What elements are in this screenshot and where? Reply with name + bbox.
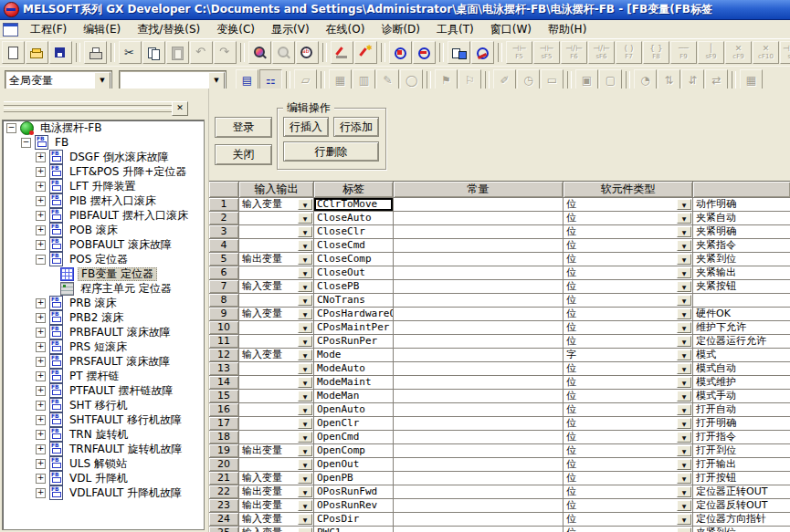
menu-item[interactable]: 工具(T) [428,20,482,39]
label-cell[interactable]: ModeAuto [314,362,394,376]
tree-item[interactable]: +PTFAULT 摆杆链故障 [3,383,204,398]
tree-expand-toggle[interactable]: + [36,444,46,454]
constant-cell[interactable] [394,458,564,472]
io-type-cell[interactable]: ▼ [239,417,314,431]
io-type-cell[interactable]: ▼ [239,362,314,376]
io-type-cell[interactable]: ▼ [239,294,314,308]
row-number-cell[interactable]: 15 [209,390,239,403]
tree-expand-toggle[interactable]: − [36,255,46,265]
io-dropdown-button[interactable]: ▼ [298,486,312,497]
constant-cell[interactable] [394,253,564,266]
io-type-cell[interactable]: 输出变量▼ [239,253,314,266]
zoom-out-button[interactable] [413,41,436,64]
device-type-cell[interactable]: 位▼ [564,308,693,321]
row-number-cell[interactable]: 9 [209,308,239,321]
replace-button[interactable] [296,41,319,64]
io-type-cell[interactable]: ▼ [239,390,314,403]
label-cell[interactable]: OPosRunRev [314,499,394,513]
label-cell[interactable]: CPosDir [314,513,394,527]
row-number-cell[interactable]: 13 [209,362,239,376]
tree-item[interactable]: +PRSFAULT 滚床故障 [3,354,204,369]
constant-cell[interactable] [394,390,564,403]
tree-expand-toggle[interactable]: + [36,313,46,323]
device-type-cell[interactable]: 位▼ [564,266,693,280]
device-type-cell[interactable]: 位▼ [564,472,693,485]
label-cell[interactable]: CPosMaintPer [314,321,394,335]
label-cell[interactable]: OpenComp [314,444,394,458]
io-type-cell[interactable]: ▼ [239,212,314,225]
comment-cell[interactable]: 定位器方向指针 [693,513,790,527]
column-header[interactable]: 常量 [394,182,564,198]
row-number-cell[interactable]: 4 [209,239,239,253]
tree-expand-toggle[interactable]: + [36,474,46,484]
tree-item[interactable]: +PIBFAULT 摆杆入口滚床 [3,208,204,223]
label-cell[interactable]: CloseAuto [314,212,394,225]
close-icon[interactable]: ✕ [172,101,188,116]
transfer-setup-button[interactable] [448,41,470,64]
tree-expand-toggle[interactable]: + [36,196,46,206]
tree-item[interactable]: FB变量 定位器 [3,266,204,281]
chevron-down-icon[interactable]: ▼ [208,72,225,89]
column-header[interactable] [693,182,790,198]
menu-item[interactable]: 工程(F) [22,20,75,39]
tree-item[interactable]: +SHTFAULT 移行机故障 [3,412,204,427]
row-number-cell[interactable]: 16 [209,403,239,417]
tree-item[interactable]: +DSGF 倒水滚床故障 [3,150,204,164]
device-type-cell[interactable]: 位▼ [564,253,693,266]
comment-cell[interactable]: 模式维护 [693,376,790,390]
device-type-cell[interactable]: 位▼ [564,376,693,390]
row-number-cell[interactable]: 1 [209,198,239,212]
comment-cell[interactable]: 夹紧按钮 [693,280,790,294]
device-type-cell[interactable]: 位▼ [564,280,693,294]
io-dropdown-button[interactable]: ▼ [298,295,312,306]
label-cell[interactable]: OpenCmd [314,431,394,444]
io-type-cell[interactable]: 输出变量▼ [239,444,314,458]
io-dropdown-button[interactable]: ▼ [298,308,312,319]
type-dropdown-button[interactable]: ▼ [677,391,691,402]
device-type-cell[interactable]: 位▼ [564,225,693,239]
device-type-cell[interactable]: 字▼ [564,349,693,362]
row-number-cell[interactable]: 3 [209,225,239,239]
tree-item[interactable]: +SHT 移行机 [3,398,204,412]
device-type-cell[interactable]: 位▼ [564,335,693,349]
device-type-cell[interactable]: 位▼ [564,294,693,308]
io-type-cell[interactable]: ▼ [239,403,314,417]
tree-expand-toggle[interactable]: + [36,167,46,177]
io-dropdown-button[interactable]: ▼ [298,514,312,525]
tree-item[interactable]: +POB 滚床 [3,223,204,237]
io-type-cell[interactable]: ▼ [239,335,314,349]
label-cell[interactable]: OPosRunFwd [314,485,394,499]
io-dropdown-button[interactable]: ▼ [298,213,312,224]
io-dropdown-button[interactable]: ▼ [298,226,312,237]
tree-expand-toggle[interactable]: + [36,328,46,338]
type-dropdown-button[interactable]: ▼ [677,486,691,497]
type-dropdown-button[interactable]: ▼ [677,418,691,429]
new-project-button[interactable] [2,41,25,64]
tree-expand-toggle[interactable]: + [36,342,46,352]
row-number-cell[interactable]: 25 [209,527,239,532]
tree-item[interactable]: +PIB 摆杆入口滚床 [3,193,204,208]
tree-expand-toggle[interactable]: + [36,459,46,469]
io-type-cell[interactable]: 输入变量▼ [239,527,314,532]
open-project-button[interactable] [26,41,48,64]
column-header[interactable]: 标签 [314,182,394,198]
tree-expand-toggle[interactable]: + [36,488,46,498]
io-dropdown-button[interactable]: ▼ [298,404,312,415]
row-number-cell[interactable]: 11 [209,335,239,349]
constant-cell[interactable] [394,294,564,308]
row-number-cell[interactable]: 8 [209,294,239,308]
io-dropdown-button[interactable]: ▼ [298,322,312,333]
io-type-cell[interactable]: ▼ [239,321,314,335]
comment-cell[interactable]: 模式 [693,349,790,362]
comment-cell[interactable]: 定位器正转OUT [693,485,790,499]
copy-button[interactable] [142,41,165,64]
menu-item[interactable]: 显示(V) [263,20,318,39]
print-button[interactable] [84,41,107,64]
comment-cell[interactable]: 硬件OK [693,308,790,321]
device-type-cell[interactable]: 位▼ [564,403,693,417]
io-dropdown-button[interactable]: ▼ [298,199,312,210]
device-type-cell[interactable]: 位▼ [564,527,693,532]
io-dropdown-button[interactable]: ▼ [298,445,312,456]
type-dropdown-button[interactable]: ▼ [677,336,691,347]
cut-button[interactable] [119,41,142,64]
